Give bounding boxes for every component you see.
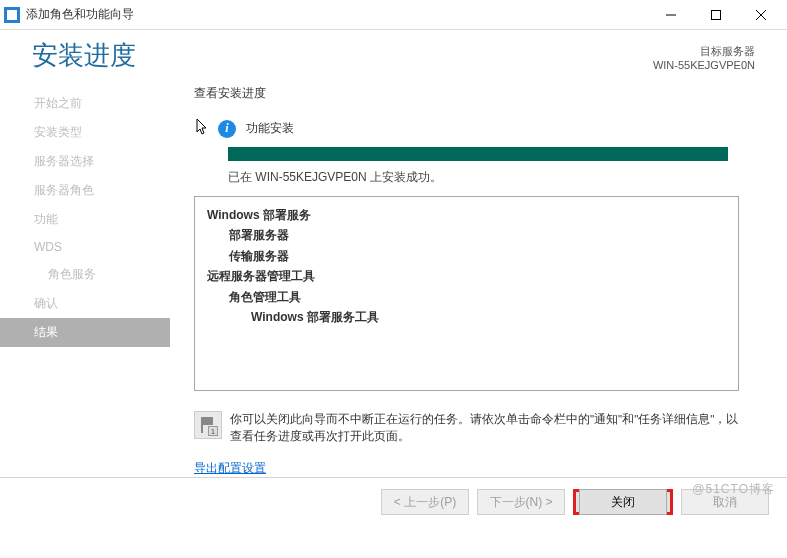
cursor-icon [194, 118, 212, 139]
progress-bar [228, 147, 728, 161]
previous-button: < 上一步(P) [381, 489, 469, 515]
main-area: 开始之前 安装类型 服务器选择 服务器角色 功能 WDS 角色服务 确认 结果 … [0, 85, 787, 477]
tree-item: 远程服务器管理工具 [207, 266, 726, 286]
export-config-link[interactable]: 导出配置设置 [194, 460, 765, 477]
step-before-start: 开始之前 [34, 89, 190, 118]
step-server-select: 服务器选择 [34, 147, 190, 176]
step-features: 功能 [34, 205, 190, 234]
note-text: 你可以关闭此向导而不中断正在运行的任务。请依次单击命令栏中的"通知"和"任务详细… [230, 411, 739, 446]
target-server-label: 目标服务器 [136, 44, 755, 59]
titlebar: 添加角色和功能向导 [0, 0, 787, 30]
status-row: i 功能安装 [194, 118, 765, 139]
view-progress-label: 查看安装进度 [194, 85, 765, 102]
tree-item: 传输服务器 [207, 246, 726, 266]
step-server-roles: 服务器角色 [34, 176, 190, 205]
watermark: @51CTO博客 [692, 481, 775, 498]
next-button: 下一步(N) > [477, 489, 565, 515]
tree-item: Windows 部署服务 [207, 205, 726, 225]
tree-item: 部署服务器 [207, 225, 726, 245]
header-block: 安装进度 目标服务器 WIN-55KEJGVPE0N [0, 30, 787, 85]
installed-details-box: Windows 部署服务 部署服务器 传输服务器 远程服务器管理工具 角色管理工… [194, 196, 739, 391]
app-icon [4, 7, 20, 23]
flag-icon: 1 [194, 411, 222, 439]
close-window-button[interactable] [738, 0, 783, 30]
svg-rect-1 [711, 10, 720, 19]
step-install-type: 安装类型 [34, 118, 190, 147]
info-icon: i [218, 120, 236, 138]
right-pane: 查看安装进度 i 功能安装 已在 WIN-55KEJGVPE0N 上安装成功。 … [190, 85, 787, 477]
tree-item: Windows 部署服务工具 [207, 307, 726, 327]
maximize-button[interactable] [693, 0, 738, 30]
close-button-highlight: 关闭 [573, 489, 673, 515]
target-server-block: 目标服务器 WIN-55KEJGVPE0N [136, 38, 755, 71]
progress-area: 已在 WIN-55KEJGVPE0N 上安装成功。 [228, 147, 765, 196]
step-wds: WDS [34, 234, 190, 260]
target-server-name: WIN-55KEJGVPE0N [136, 59, 755, 71]
progress-status-text: 已在 WIN-55KEJGVPE0N 上安装成功。 [228, 169, 765, 186]
content-area: 安装进度 目标服务器 WIN-55KEJGVPE0N 开始之前 安装类型 服务器… [0, 30, 787, 477]
step-confirm: 确认 [34, 289, 190, 318]
step-role-services: 角色服务 [34, 260, 190, 289]
note-row: 1 你可以关闭此向导而不中断正在运行的任务。请依次单击命令栏中的"通知"和"任务… [194, 411, 739, 446]
window-title: 添加角色和功能向导 [26, 6, 134, 23]
close-button[interactable]: 关闭 [579, 489, 667, 515]
page-title: 安装进度 [32, 38, 136, 73]
minimize-button[interactable] [648, 0, 693, 30]
step-results: 结果 [0, 318, 170, 347]
status-title: 功能安装 [246, 120, 294, 137]
tree-item: 角色管理工具 [207, 287, 726, 307]
footer-buttons: < 上一步(P) 下一步(N) > 关闭 取消 [0, 477, 787, 527]
wizard-steps-sidebar: 开始之前 安装类型 服务器选择 服务器角色 功能 WDS 角色服务 确认 结果 [0, 85, 190, 477]
